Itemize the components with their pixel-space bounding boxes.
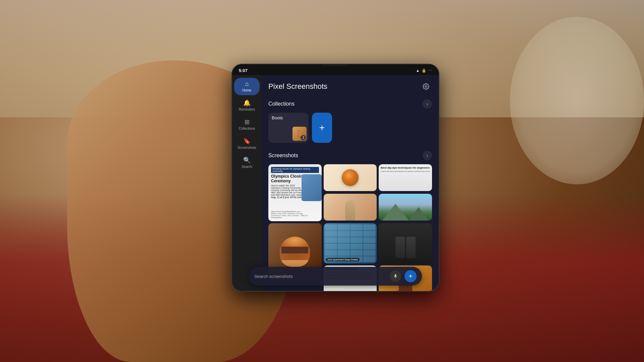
phone-device: 5:07 ▲ 🔒 ⋯ ⌂ Home 🔔 Reminder [231,64,439,292]
screenshot-black-boots[interactable] [379,223,432,263]
collections-section: Collections › Boots 👢 [268,99,432,143]
collections-arrow-button[interactable]: › [423,99,432,109]
content-header: Pixel Screenshots [268,80,432,93]
dip-title: Best dip-dye techniques for beginners [381,166,430,169]
building-grid [324,223,377,263]
collections-section-header: Collections › [268,99,432,109]
content-area: Pixel Screenshots Collections › [262,75,439,291]
screenshot-mountains[interactable] [379,194,432,221]
sidebar-reminders-label: Reminders [239,108,255,112]
search-bar: Search screenshots + [249,267,422,286]
burger-patty [281,247,308,253]
status-icons: ▲ 🔒 ⋯ [416,68,432,73]
collections-title: Collections [268,101,294,107]
bell-icon: 🔔 [243,99,251,107]
mic-button[interactable] [390,270,401,282]
sidebar-collections-label: Collections [239,127,255,131]
burger-bun-bottom [281,260,308,267]
screenshots-section-header: Screenshots › [268,151,432,160]
building-badge: June Apartment Swap Details [326,258,360,261]
olympics-image [302,174,322,201]
sidebar-item-collections[interactable]: ⊞ Collections [234,116,260,133]
boot-left-foot [394,258,406,263]
olympics-link: https://www.nbcphiladelphia.com ›When is… [271,210,322,219]
phone-frame: 5:07 ▲ 🔒 ⋯ ⌂ Home 🔔 Reminder [231,64,439,292]
boot-right-foot [405,258,417,263]
screenshots-arrow-button[interactable]: › [423,151,432,160]
sidebar-item-reminders[interactable]: 🔔 Reminders [234,97,260,114]
collections-grid-icon: ⊞ [245,118,250,126]
sidebar-screenshots-label: Screenshots [237,146,256,150]
signal-icon: 🔒 [422,68,426,73]
phone-screen: 5:07 ▲ 🔒 ⋯ ⌂ Home 🔔 Reminder [232,64,439,291]
sidebar-home-label: Home [243,88,252,93]
page-title: Pixel Screenshots [268,82,327,91]
screenshot-fashion[interactable] [324,194,377,221]
sidebar-item-search[interactable]: 🔍 Search [234,154,260,172]
home-icon: ⌂ [245,80,249,87]
donut-image [342,169,359,186]
add-collection-button[interactable]: + [312,113,332,143]
cowboy-boot-foot [396,291,415,291]
mountain1 [382,204,409,221]
phone-bottom-indicator [325,288,345,289]
wifi-icon: ▲ [416,68,420,72]
sidebar-item-home[interactable]: ⌂ Home [234,78,260,95]
fashion-figure [345,200,355,221]
add-collection-icon: + [319,122,325,133]
collection-boots-label: Boots [272,115,283,120]
screenshots-title: Screenshots [268,153,298,159]
screenshot-donut[interactable] [324,164,377,192]
boot-left [395,237,405,263]
battery-icon: ⋯ [428,68,432,73]
search-placeholder-text: Search screenshots [254,274,386,279]
svg-point-0 [425,86,427,87]
burger-image [280,237,310,267]
olympics-search-banner: Showing results for olympics closing cer… [271,167,319,173]
sidebar-item-screenshots[interactable]: 🔖 Screenshots [234,135,260,153]
screenshot-dip[interactable]: Best dip-dye techniques for beginners Le… [379,164,432,192]
collection-count-badge: 3 [301,135,306,140]
status-time: 5:07 [239,68,248,73]
add-screenshot-button[interactable]: + [405,270,417,282]
screenshot-building[interactable]: June Apartment Swap Details [324,223,377,263]
add-screenshot-icon: + [409,273,413,280]
phone-notch [322,64,349,66]
mountain2 [409,207,429,221]
table-right [510,17,644,184]
search-icon: 🔍 [243,157,251,164]
collections-row: Boots 👢 3 + [268,113,432,143]
boots-pair [395,237,416,263]
sidebar: ⌂ Home 🔔 Reminders ⊞ Collections 🔖 Scree… [232,75,262,291]
bookmark-icon: 🔖 [243,137,251,145]
sidebar-search-label: Search [241,165,252,169]
collection-card-boots[interactable]: Boots 👢 3 [268,113,309,143]
main-content: ⌂ Home 🔔 Reminders ⊞ Collections 🔖 Scree… [232,75,439,291]
screenshot-olympics[interactable]: Showing results for olympics closing cer… [268,164,322,221]
settings-button[interactable] [420,80,432,93]
boot-right [406,237,416,263]
dip-text: Learn the best techniques for perfect re… [381,170,430,173]
